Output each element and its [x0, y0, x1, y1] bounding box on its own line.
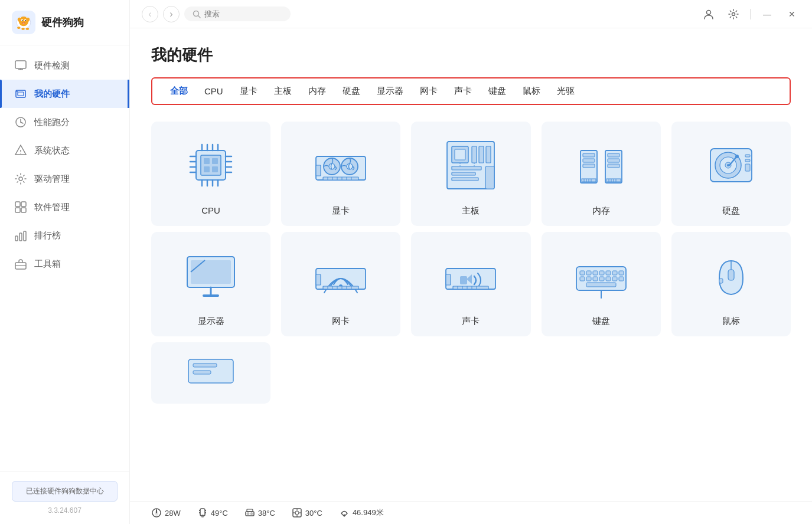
- sidebar-item-toolbox[interactable]: 工具箱: [0, 250, 129, 278]
- svg-rect-57: [212, 158, 218, 164]
- tab-storage[interactable]: 硬盘: [334, 83, 369, 99]
- tab-all[interactable]: 全部: [162, 83, 196, 99]
- svg-rect-140: [586, 271, 591, 275]
- sidebar-item-system-status[interactable]: 系统状态: [0, 136, 129, 165]
- svg-rect-150: [606, 277, 611, 281]
- svg-rect-156: [719, 279, 723, 283]
- svg-rect-129: [446, 274, 451, 285]
- tab-network[interactable]: 网卡: [412, 83, 446, 99]
- driver-icon: [14, 172, 27, 185]
- card-gpu[interactable]: 显卡: [281, 122, 400, 226]
- sidebar-footer: 已连接硬件狗狗数据中心 3.3.24.607: [0, 471, 129, 524]
- status-board-temp: 30°C: [292, 507, 322, 518]
- card-display[interactable]: 显示器: [151, 232, 270, 336]
- tab-cpu[interactable]: CPU: [196, 84, 231, 99]
- sidebar-label-driver-mgmt: 驱动管理: [34, 173, 70, 185]
- sidebar-item-software-mgmt[interactable]: 软件管理: [0, 193, 129, 221]
- card-sound[interactable]: 声卡: [411, 232, 530, 336]
- sound-card-icon: [441, 246, 500, 305]
- card-optical[interactable]: [151, 342, 270, 404]
- card-cpu[interactable]: CPU: [151, 122, 270, 226]
- svg-rect-165: [205, 512, 206, 513]
- card-motherboard-label: 主板: [462, 205, 480, 217]
- hardware-grid-row2: 显示器: [151, 232, 791, 336]
- user-button[interactable]: [700, 6, 717, 22]
- tab-motherboard[interactable]: 主板: [266, 83, 300, 99]
- svg-rect-88: [583, 164, 595, 168]
- svg-point-172: [295, 511, 299, 515]
- performance-icon: [14, 116, 27, 129]
- titlebar-right: — ✕: [700, 6, 800, 22]
- card-mouse[interactable]: 鼠标: [671, 232, 791, 336]
- hardware-grid-row1: CPU: [151, 122, 791, 226]
- tab-mouse[interactable]: 鼠标: [514, 83, 549, 99]
- sidebar-item-my-hardware[interactable]: 我的硬件: [0, 80, 129, 108]
- card-sound-label: 声卡: [462, 316, 480, 327]
- main-area: ‹ ›: [130, 0, 812, 524]
- tab-optical[interactable]: 光驱: [549, 83, 583, 99]
- close-icon: ✕: [788, 9, 795, 19]
- minimize-button[interactable]: —: [759, 6, 775, 22]
- svg-rect-14: [15, 61, 26, 68]
- network-card-icon: [311, 246, 370, 305]
- tab-monitor[interactable]: 显示器: [369, 83, 412, 99]
- svg-rect-25: [15, 202, 20, 207]
- sidebar-label-software-mgmt: 软件管理: [34, 202, 70, 213]
- network-speed-icon: [339, 507, 350, 518]
- page-title: 我的硬件: [151, 45, 791, 66]
- tab-keyboard[interactable]: 键盘: [480, 83, 514, 99]
- power-icon: [151, 507, 162, 518]
- svg-rect-112: [745, 164, 750, 171]
- minimize-icon: —: [763, 9, 771, 19]
- sidebar-item-driver-mgmt[interactable]: 驱动管理: [0, 165, 129, 193]
- svg-point-36: [707, 10, 711, 14]
- back-button[interactable]: ‹: [142, 6, 158, 22]
- svg-rect-170: [247, 509, 253, 512]
- sidebar-item-hardware-detect[interactable]: 硬件检测: [0, 51, 129, 80]
- svg-rect-145: [619, 271, 624, 275]
- card-network[interactable]: 网卡: [281, 232, 400, 336]
- motherboard-card-icon: [441, 136, 500, 195]
- gpu-temp-icon: [244, 507, 255, 518]
- tab-sound[interactable]: 声卡: [446, 83, 480, 99]
- board-temp-icon: [292, 507, 302, 518]
- svg-rect-114: [191, 260, 231, 284]
- svg-rect-158: [193, 363, 217, 367]
- user-icon: [703, 8, 715, 20]
- search-input[interactable]: [204, 9, 281, 18]
- card-motherboard[interactable]: 主板: [411, 122, 530, 226]
- svg-rect-153: [586, 283, 616, 287]
- sidebar-item-rankings[interactable]: 排行榜: [0, 221, 129, 250]
- svg-rect-130: [460, 276, 467, 284]
- card-keyboard-label: 键盘: [592, 316, 610, 327]
- sidebar-label-hardware-detect: 硬件检测: [34, 60, 70, 71]
- svg-rect-149: [599, 277, 604, 281]
- connection-status: 已连接硬件狗狗数据中心: [12, 481, 118, 502]
- tab-memory[interactable]: 内存: [300, 83, 334, 99]
- search-icon: [193, 10, 201, 18]
- svg-rect-76: [472, 146, 477, 163]
- status-board-temp-value: 30°C: [305, 509, 322, 518]
- search-box[interactable]: [184, 6, 291, 21]
- memory-card-icon: [572, 136, 631, 195]
- forward-button[interactable]: ›: [163, 6, 180, 22]
- statusbar: 28W 49°C: [130, 501, 812, 524]
- svg-rect-132: [453, 286, 488, 289]
- toolbox-icon: [14, 257, 27, 270]
- card-memory[interactable]: 内存: [542, 122, 661, 226]
- card-storage[interactable]: 硬盘: [671, 122, 791, 226]
- display-card-icon: [181, 246, 240, 305]
- svg-rect-162: [199, 510, 200, 511]
- svg-point-166: [201, 515, 204, 518]
- ranking-icon: [14, 229, 27, 242]
- sidebar-label-my-hardware: 我的硬件: [34, 89, 70, 100]
- tab-gpu[interactable]: 显卡: [231, 83, 266, 99]
- hardware-icon: [14, 87, 27, 100]
- settings-button[interactable]: [725, 6, 742, 22]
- sidebar: 硬件狗狗 硬件检测: [0, 0, 130, 524]
- card-keyboard[interactable]: 键盘: [542, 232, 661, 336]
- svg-point-19: [17, 91, 18, 92]
- sidebar-item-performance[interactable]: 性能跑分: [0, 108, 129, 136]
- svg-point-5: [22, 20, 23, 21]
- close-button[interactable]: ✕: [784, 6, 800, 22]
